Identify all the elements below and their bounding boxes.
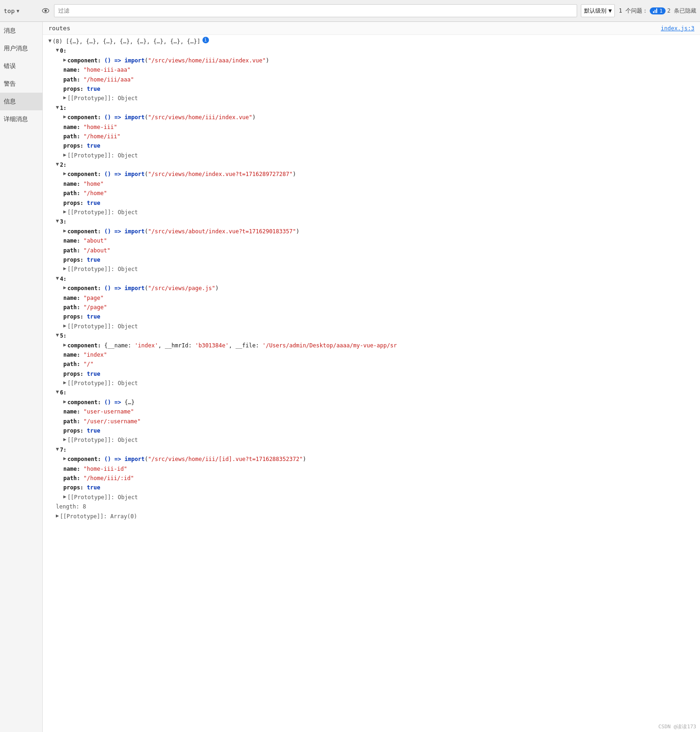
route-7-toggle[interactable] xyxy=(56,445,59,454)
route-4-component: component: () => import("/src/views/page… xyxy=(48,284,694,293)
array-root[interactable]: (8) [{…}, {…}, {…}, {…}, {…}, {…}, {…}, … xyxy=(48,37,694,46)
route-6-component-toggle[interactable] xyxy=(63,398,67,407)
route-7-props: props: true xyxy=(48,483,694,492)
info-icon[interactable]: i xyxy=(202,37,209,43)
watermark: CSDN @读读173 xyxy=(658,723,696,730)
route-1-prototype: [[Prototype]]: Object xyxy=(48,151,694,160)
route-6-name: name: "user-username" xyxy=(48,407,694,416)
route-0-props: props: true xyxy=(48,84,694,94)
svg-rect-4 xyxy=(656,8,657,13)
route-4-props: props: true xyxy=(48,312,694,321)
array-prototype: [[Prototype]]: Array(0) xyxy=(48,512,694,521)
top-bar: top ▼ 默认级别 ▼ 1 个问题： 1 2 条已隐藏 xyxy=(0,0,700,22)
route-6-component: component: () => {…} xyxy=(48,398,694,407)
route-2-component: component: () => import("/src/views/home… xyxy=(48,169,694,179)
route-2-proto-toggle[interactable] xyxy=(63,208,67,217)
route-5-component: component: {__name: 'index', __hmrId: 'b… xyxy=(48,341,694,350)
level-dropdown-arrow: ▼ xyxy=(608,7,612,14)
route-2-header[interactable]: 2: xyxy=(48,160,694,169)
route-4-path: path: "/page" xyxy=(48,303,694,312)
array-root-toggle[interactable] xyxy=(48,37,52,46)
context-selector[interactable]: top xyxy=(4,7,14,14)
route-4-header[interactable]: 4: xyxy=(48,274,694,284)
route-4-toggle[interactable] xyxy=(56,274,59,283)
route-3-proto-toggle[interactable] xyxy=(63,264,67,273)
sidebar-item-messages[interactable]: 消息 xyxy=(0,22,42,40)
console-header: routes index.js:3 xyxy=(43,22,700,35)
route-5-header[interactable]: 5: xyxy=(48,331,694,340)
svg-rect-3 xyxy=(654,10,655,13)
route-2-prototype: [[Prototype]]: Object xyxy=(48,208,694,217)
route-1-component: component: () => import("/src/views/home… xyxy=(48,113,694,122)
route-1-proto-toggle[interactable] xyxy=(63,151,67,160)
route-4-proto-toggle[interactable] xyxy=(63,322,67,331)
route-5-toggle[interactable] xyxy=(56,331,59,340)
route-1-toggle[interactable] xyxy=(56,103,59,112)
route-2-name: name: "home" xyxy=(48,179,694,189)
route-3-component: component: () => import("/src/views/abou… xyxy=(48,227,694,236)
route-3-props: props: true xyxy=(48,255,694,264)
route-4-prototype: [[Prototype]]: Object xyxy=(48,322,694,331)
route-7-proto-toggle[interactable] xyxy=(63,493,67,502)
route-4-name: name: "page" xyxy=(48,293,694,303)
route-3-header[interactable]: 3: xyxy=(48,217,694,226)
eye-icon[interactable] xyxy=(41,6,50,15)
route-6-props: props: true xyxy=(48,426,694,435)
route-3-toggle[interactable] xyxy=(56,217,59,226)
route-0-toggle[interactable] xyxy=(56,46,59,55)
sidebar-item-info[interactable]: 信息 xyxy=(0,93,42,110)
route-1-props: props: true xyxy=(48,141,694,150)
route-5-proto-toggle[interactable] xyxy=(63,379,67,387)
route-6-prototype: [[Prototype]]: Object xyxy=(48,435,694,445)
route-4-component-toggle[interactable] xyxy=(63,284,67,292)
sidebar-item-errors[interactable]: 错误 xyxy=(0,57,42,75)
route-1-component-toggle[interactable] xyxy=(63,113,67,122)
route-3-component-toggle[interactable] xyxy=(63,227,67,236)
route-6-header[interactable]: 6: xyxy=(48,388,694,397)
route-6-proto-toggle[interactable] xyxy=(63,435,67,444)
route-6-toggle[interactable] xyxy=(56,388,59,397)
route-3-name: name: "about" xyxy=(48,236,694,245)
console-area: routes index.js:3 (8) [{…}, {…}, {…}, {…… xyxy=(43,22,700,732)
issues-badge: 1 个问题： 1 2 条已隐藏 xyxy=(619,7,696,15)
route-5-component-toggle[interactable] xyxy=(63,341,67,350)
route-0-component: component: () => import("/src/views/home… xyxy=(48,56,694,65)
svg-rect-2 xyxy=(653,11,654,13)
filter-input[interactable] xyxy=(54,4,577,17)
route-0-component-toggle[interactable] xyxy=(63,56,67,65)
route-3-path: path: "/about" xyxy=(48,246,694,255)
route-5-prototype: [[Prototype]]: Object xyxy=(48,379,694,388)
route-0-header[interactable]: 0: xyxy=(48,46,694,55)
length-label: length: 8 xyxy=(56,502,86,511)
route-1-path: path: "/home/iii" xyxy=(48,132,694,141)
level-select[interactable]: 默认级别 ▼ xyxy=(581,4,615,17)
route-2-toggle[interactable] xyxy=(56,160,59,169)
route-6-path: path: "/user/:username" xyxy=(48,417,694,426)
issue-count-badge[interactable]: 1 xyxy=(650,7,666,14)
route-0-prototype: [[Prototype]]: Object xyxy=(48,94,694,103)
route-5-path: path: "/" xyxy=(48,359,694,369)
route-5-props: props: true xyxy=(48,369,694,379)
route-0-proto-toggle[interactable] xyxy=(63,94,67,102)
route-2-component-toggle[interactable] xyxy=(63,169,67,178)
route-7-prototype: [[Prototype]]: Object xyxy=(48,493,694,502)
hidden-count: 2 条已隐藏 xyxy=(667,7,696,15)
route-1-header[interactable]: 1: xyxy=(48,103,694,113)
issue-count: 1 xyxy=(660,8,663,14)
source-link[interactable]: index.js:3 xyxy=(661,25,694,32)
context-dropdown-arrow[interactable]: ▼ xyxy=(16,8,19,14)
sidebar-item-verbose[interactable]: 详细消息 xyxy=(0,110,42,128)
route-7-path: path: "/home/iii/:id" xyxy=(48,474,694,483)
route-7-header[interactable]: 7: xyxy=(48,445,694,454)
route-7-component: component: () => import("/src/views/home… xyxy=(48,454,694,464)
array-summary: (8) [{…}, {…}, {…}, {…}, {…}, {…}, {…}, … xyxy=(53,37,201,46)
svg-point-1 xyxy=(45,10,47,12)
route-2-path: path: "/home" xyxy=(48,189,694,198)
array-proto-toggle[interactable] xyxy=(56,512,59,521)
sidebar-item-user-messages[interactable]: 用户消息 xyxy=(0,40,42,57)
sidebar: 消息 用户消息 错误 警告 信息 详细消息 xyxy=(0,22,43,732)
array-length: length: 8 xyxy=(48,502,694,511)
route-5-name: name: "index" xyxy=(48,350,694,359)
route-7-component-toggle[interactable] xyxy=(63,454,67,463)
sidebar-item-warnings[interactable]: 警告 xyxy=(0,75,42,93)
